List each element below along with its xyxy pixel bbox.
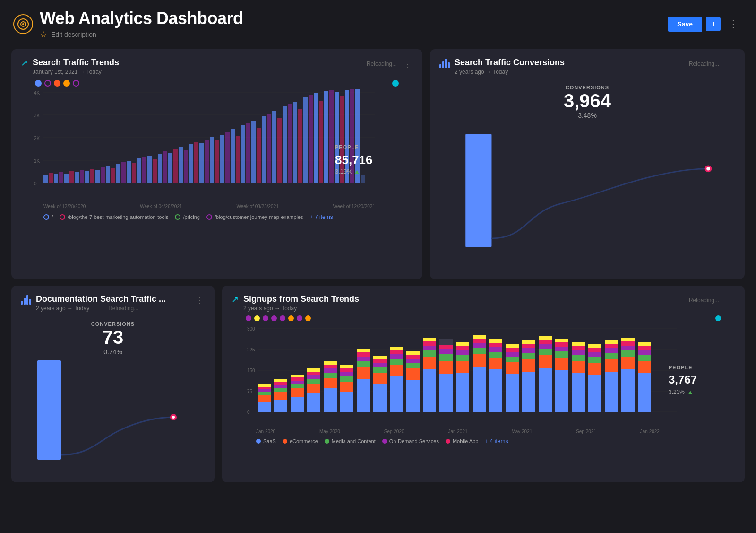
svg-rect-145 — [390, 359, 403, 365]
signups-title: Signups from Search Trends — [243, 294, 359, 304]
plus-items-trends[interactable]: + 7 items — [310, 214, 333, 220]
svg-rect-220 — [588, 344, 601, 348]
svg-text:3.19%: 3.19% — [335, 168, 352, 175]
s-dot-7 — [297, 315, 302, 321]
favorite-icon[interactable]: ☆ — [40, 29, 47, 40]
svg-text:▲: ▲ — [354, 168, 360, 175]
conversions-menu-icon[interactable]: ⋮ — [725, 58, 735, 70]
svg-rect-110 — [291, 381, 304, 384]
legend-item-4: /blog/customer-journey-map-examples — [206, 214, 303, 220]
svg-rect-61 — [293, 102, 297, 183]
svg-rect-43 — [199, 143, 204, 183]
doc-conv-value: 73 — [21, 327, 205, 348]
svg-rect-219 — [588, 348, 601, 352]
svg-text:150: 150 — [247, 368, 255, 373]
svg-rect-191 — [522, 372, 535, 412]
svg-rect-20 — [80, 170, 84, 183]
svg-rect-183 — [489, 343, 502, 347]
plus-items-signups[interactable]: + 4 items — [485, 438, 508, 445]
svg-rect-19 — [75, 172, 79, 183]
svg-point-84 — [172, 416, 175, 419]
svg-rect-222 — [605, 359, 618, 372]
save-button[interactable]: Save — [668, 17, 702, 32]
signups-reloading: Reloading... — [689, 297, 719, 304]
svg-rect-227 — [621, 369, 635, 412]
bottom-row: Documentation Search Traffic ... 2 years… — [0, 279, 756, 490]
svg-rect-40 — [184, 150, 188, 183]
svg-rect-185 — [506, 374, 519, 412]
svg-rect-235 — [638, 355, 651, 361]
trends-menu-icon[interactable]: ⋮ — [403, 58, 413, 70]
svg-rect-162 — [439, 374, 453, 412]
conversions-card: Search Traffic Conversions 2 years ago →… — [430, 49, 745, 279]
page-subtitle[interactable]: Edit description — [51, 31, 96, 38]
s-dot-1 — [246, 315, 251, 321]
s-dot-8 — [305, 315, 311, 321]
svg-text:4K: 4K — [34, 90, 40, 96]
svg-rect-120 — [324, 378, 337, 388]
svg-rect-209 — [572, 373, 585, 412]
svg-rect-21 — [85, 171, 89, 183]
svg-rect-180 — [489, 358, 502, 369]
svg-rect-50 — [236, 136, 240, 183]
bars-icon — [439, 58, 450, 68]
header-actions: Save ⬆ ⋮ — [668, 16, 743, 32]
svg-rect-95 — [258, 402, 271, 412]
svg-rect-172 — [456, 342, 469, 346]
svg-rect-129 — [340, 368, 353, 372]
svg-rect-135 — [357, 352, 370, 357]
svg-rect-236 — [638, 350, 651, 355]
svg-rect-230 — [621, 346, 635, 350]
svg-rect-97 — [258, 392, 271, 395]
svg-rect-123 — [324, 365, 337, 368]
svg-rect-22 — [90, 169, 94, 183]
svg-rect-153 — [406, 355, 420, 359]
svg-rect-206 — [555, 347, 568, 351]
svg-rect-193 — [522, 353, 535, 359]
sx-label-4: Jan 2021 — [448, 429, 467, 434]
conv-label: CONVERSIONS — [439, 85, 735, 90]
save-chevron-button[interactable]: ⬆ — [706, 17, 721, 31]
signups-chart: 300 225 150 75 0 — [232, 322, 735, 426]
signups-legend-3: Media and Content — [325, 438, 376, 444]
doc-search-subtitle: 2 years ago → Today — [36, 305, 89, 312]
svg-rect-225 — [605, 344, 618, 348]
svg-rect-103 — [274, 388, 287, 392]
svg-rect-115 — [307, 379, 320, 384]
svg-rect-150 — [406, 368, 420, 380]
svg-rect-207 — [555, 342, 568, 347]
trends-card-header: ↗ Search Traffic Trends January 1st, 202… — [21, 58, 119, 75]
svg-rect-224 — [605, 348, 618, 353]
svg-rect-141 — [373, 359, 387, 363]
doc-search-menu-icon[interactable]: ⋮ — [195, 294, 205, 306]
signups-menu-icon[interactable]: ⋮ — [725, 294, 735, 306]
svg-rect-204 — [555, 358, 568, 370]
svg-text:85,716: 85,716 — [335, 153, 373, 167]
svg-rect-149 — [406, 380, 420, 412]
signups-header: ↗ Signups from Search Trends 2 years ago… — [232, 294, 359, 312]
svg-rect-164 — [439, 354, 453, 361]
svg-rect-196 — [522, 340, 535, 344]
svg-rect-45 — [210, 137, 214, 183]
svg-rect-62 — [298, 109, 302, 183]
svg-rect-181 — [489, 352, 502, 358]
doc-search-title: Documentation Search Traffic ... — [36, 294, 166, 304]
sx-label-1: Jan 2020 — [256, 429, 275, 434]
svg-text:0: 0 — [34, 181, 37, 186]
more-options-button[interactable]: ⋮ — [724, 16, 743, 32]
svg-rect-231 — [621, 341, 635, 346]
conversions-chart — [439, 119, 735, 271]
svg-text:3K: 3K — [34, 113, 40, 118]
signups-subtitle: 2 years ago → Today — [243, 305, 359, 312]
svg-rect-13 — [43, 175, 48, 183]
svg-rect-165 — [439, 349, 453, 354]
svg-rect-114 — [307, 384, 320, 393]
svg-rect-195 — [522, 344, 535, 348]
svg-text:75: 75 — [247, 389, 253, 394]
svg-rect-60 — [288, 104, 292, 183]
trends-title: Search Traffic Trends — [33, 58, 119, 68]
svg-rect-18 — [69, 171, 74, 183]
svg-text:0: 0 — [247, 410, 250, 415]
svg-rect-119 — [324, 388, 337, 412]
svg-text:▲: ▲ — [687, 389, 693, 395]
